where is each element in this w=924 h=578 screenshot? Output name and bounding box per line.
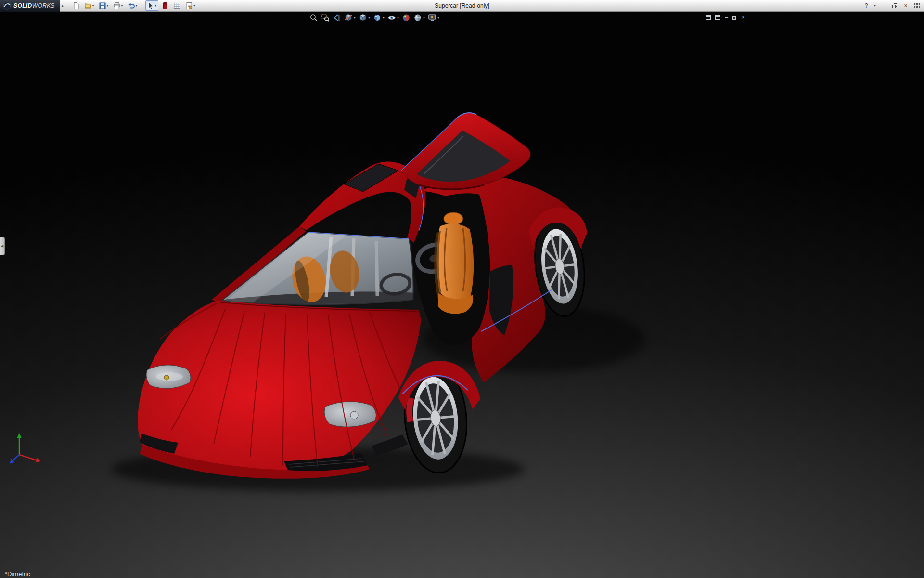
dropdown-caret: ▾ <box>437 16 439 20</box>
solidworks-window: SOLIDWORKS ▸ ▾ ▾ ▾ ▾ <box>0 0 924 578</box>
window-frame-icon <box>715 15 720 20</box>
options-button[interactable]: ▾ <box>184 0 197 11</box>
left-headlight <box>146 365 191 388</box>
3d-viewport[interactable]: ▾ ▾ ▾ ▾ ▾ ▾ <box>0 12 924 578</box>
appearance-swatch-icon <box>161 2 169 10</box>
fullscreen-toggle-button[interactable] <box>913 2 920 10</box>
options-sheet-icon <box>185 2 193 10</box>
save-icon <box>99 2 106 10</box>
save-button[interactable]: ▾ <box>97 0 110 11</box>
panel-collapse-tab[interactable]: ◀ <box>0 237 5 255</box>
zoom-to-area-button[interactable] <box>321 13 330 23</box>
select-cursor-icon <box>147 2 154 10</box>
view-orientation-label: *Dimetric <box>5 570 30 578</box>
minimize-button[interactable]: – <box>880 2 887 10</box>
print-button[interactable]: ▾ <box>112 0 125 11</box>
view-settings-button[interactable]: ▾ <box>427 13 440 23</box>
dropdown-caret: ▾ <box>92 4 94 8</box>
design-table-icon <box>173 2 181 10</box>
scene-ball-icon <box>413 13 422 22</box>
doc-minimize-button[interactable]: – <box>725 14 728 21</box>
previous-view-button[interactable] <box>332 13 342 23</box>
edit-appearance-button[interactable] <box>401 13 411 23</box>
display-style-button[interactable]: ▾ <box>372 13 385 23</box>
toolbar-separator <box>142 2 142 10</box>
eye-icon <box>387 13 396 22</box>
hide-show-items-button[interactable]: ▾ <box>387 13 399 23</box>
heads-up-view-toolbar: ▾ ▾ ▾ ▾ ▾ ▾ <box>309 13 440 23</box>
new-document-button[interactable] <box>71 0 81 11</box>
dropdown-caret: ▾ <box>423 16 425 20</box>
print-icon <box>113 2 121 10</box>
3ds-swirl-icon <box>3 1 11 10</box>
view-orientation-button[interactable]: ▾ <box>358 13 371 23</box>
right-headlight <box>324 402 376 427</box>
doc-cascade-button[interactable] <box>706 14 711 21</box>
main-toolbar: ▾ ▾ ▾ ▾ ▾ <box>71 0 197 12</box>
dropdown-caret: ▾ <box>383 16 385 20</box>
open-folder-icon <box>84 2 92 10</box>
zoom-to-fit-icon <box>309 13 318 22</box>
doc-restore-button[interactable] <box>732 14 737 21</box>
dropdown-caret: ▾ <box>107 4 109 8</box>
restore-button[interactable] <box>891 2 898 10</box>
help-caret[interactable]: ▾ <box>874 4 876 8</box>
dropdown-caret: ▾ <box>397 16 399 20</box>
view-settings-icon <box>428 13 436 22</box>
car-model[interactable] <box>111 113 645 491</box>
dropdown-caret: ▾ <box>136 4 138 8</box>
section-view-icon <box>344 13 353 22</box>
reference-triad <box>9 432 44 466</box>
car-model-canvas <box>0 12 924 578</box>
restore-icon <box>892 3 897 8</box>
dropdown-caret: ▾ <box>155 4 157 8</box>
doc-close-button[interactable]: × <box>742 14 745 21</box>
apply-scene-button[interactable]: ▾ <box>413 13 425 23</box>
window-controls: ? ▾ – × <box>863 2 924 10</box>
collapse-arrow-icon: ◀ <box>1 244 3 248</box>
section-view-button[interactable]: ▾ <box>344 13 356 23</box>
zoom-to-area-icon <box>321 13 330 22</box>
dropdown-caret: ▾ <box>368 16 370 20</box>
zoom-to-fit-button[interactable] <box>309 13 319 23</box>
open-button[interactable]: ▾ <box>83 0 96 11</box>
close-button[interactable]: × <box>902 2 909 10</box>
help-button[interactable]: ? <box>863 2 870 10</box>
view-orientation-cube-icon <box>359 13 367 22</box>
titlebar: SOLIDWORKS ▸ ▾ ▾ ▾ ▾ <box>0 0 924 12</box>
design-table-button[interactable] <box>172 0 182 11</box>
undo-button[interactable]: ▾ <box>126 0 139 11</box>
brand-text: SOLIDWORKS <box>13 2 55 9</box>
menu-expand-arrow[interactable]: ▸ <box>60 3 66 8</box>
previous-view-icon <box>333 13 341 22</box>
appearance-ball-icon <box>402 13 411 22</box>
fullscreen-grid-icon <box>914 3 920 8</box>
display-style-icon <box>373 13 382 22</box>
dropdown-caret: ▾ <box>121 4 123 8</box>
undo-icon <box>128 2 135 10</box>
edit-appearance-swatch-button[interactable] <box>160 0 170 11</box>
select-button[interactable]: ▾ <box>145 0 158 11</box>
dropdown-caret: ▾ <box>193 4 195 8</box>
solidworks-logo: SOLIDWORKS <box>0 0 60 12</box>
document-window-controls: – × <box>706 14 745 21</box>
doc-tile-button[interactable] <box>715 14 720 21</box>
dropdown-caret: ▾ <box>354 16 356 20</box>
restore-icon <box>732 15 737 20</box>
new-document-icon <box>72 2 80 10</box>
window-frame-icon <box>706 15 711 20</box>
